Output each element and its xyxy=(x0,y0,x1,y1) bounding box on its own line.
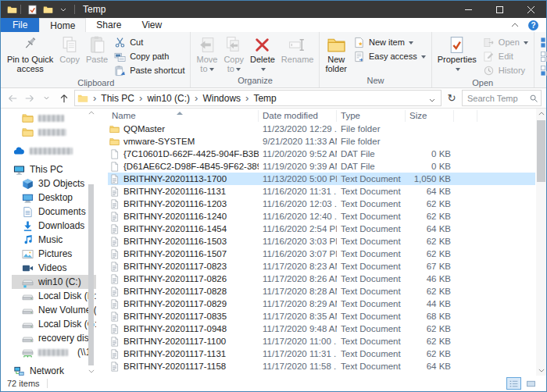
file-row[interactable]: BRITHNY-20201116-1454 11/16/2020 2:54 PM… xyxy=(108,223,535,235)
file-row[interactable]: BRITHNY-20201116-1203 11/16/2020 12:03 .… xyxy=(108,198,535,210)
ribbon-big-button[interactable]: Delete xyxy=(247,34,278,75)
breadcrumb-segment[interactable]: This PC xyxy=(88,92,134,104)
breadcrumb-segment[interactable]: win10 (C:) xyxy=(134,92,190,104)
sidebar-item[interactable]: Desktop xyxy=(1,191,96,205)
file-row[interactable]: QQMaster 11/23/2020 12:29 ... File folde… xyxy=(108,123,535,135)
sidebar-item[interactable]: This PC xyxy=(1,162,96,176)
file-row[interactable]: BRITHNY-20201116-1240 11/16/2020 12:40 .… xyxy=(108,210,535,223)
up-icon[interactable] xyxy=(55,91,72,106)
ribbon-big-button[interactable]: Rename xyxy=(278,34,317,75)
close-button[interactable] xyxy=(515,1,546,18)
address-dropdown-icon[interactable] xyxy=(426,91,438,105)
ribbon-small-button[interactable]: Invert selection xyxy=(537,63,547,77)
ribbon-tab[interactable]: View xyxy=(131,18,172,32)
ribbon-small-button[interactable]: Edit xyxy=(480,49,531,63)
file-row[interactable]: BRITHNY-20201117-0948 11/17/2020 9:48 AM… xyxy=(108,323,535,335)
breadcrumb-segment[interactable]: Windows xyxy=(190,92,241,104)
sidebar-item[interactable]: Videos xyxy=(1,261,96,275)
search-input[interactable] xyxy=(467,94,529,103)
qat-new-folder-button[interactable] xyxy=(40,2,55,16)
scroll-down-icon[interactable] xyxy=(88,369,95,373)
help-icon[interactable]: ? xyxy=(528,20,538,30)
column-header-name[interactable]: Name xyxy=(108,110,259,122)
ribbon-big-button[interactable]: Properties xyxy=(434,34,480,77)
scroll-up-icon[interactable] xyxy=(536,112,546,116)
sidebar-scrollbar[interactable] xyxy=(88,109,95,376)
ribbon-tab[interactable]: Home xyxy=(39,18,86,32)
breadcrumb-segment[interactable]: Temp xyxy=(241,92,277,104)
file-row[interactable]: BRITHNY-20201117-0835 11/17/2020 8:35 AM… xyxy=(108,310,535,323)
column-header-type[interactable]: Type xyxy=(337,110,406,122)
ribbon-small-button[interactable]: Select none xyxy=(537,49,547,63)
file-row[interactable]: BRITHNY-20201117-0829 11/17/2020 8:29 AM… xyxy=(108,298,535,310)
qat-customize-dropdown[interactable] xyxy=(55,2,71,16)
ribbon-tab[interactable]: File xyxy=(1,18,39,32)
file-row[interactable]: BRITHNY-20201116-1507 11/16/2020 3:07 PM… xyxy=(108,248,535,260)
file-row[interactable]: {D61AE6C2-D98F-4B45-9F62-389EEBB27A... 1… xyxy=(108,160,535,173)
sidebar-item[interactable]: Local Disk (G:) xyxy=(1,317,96,331)
collapse-ribbon-icon[interactable] xyxy=(511,23,519,27)
sidebar-item[interactable]: Pictures xyxy=(1,247,96,261)
sidebar-item[interactable]: Downloads xyxy=(1,219,96,233)
file-row[interactable]: BRITHNY-20201117-0828 11/17/2020 8:28 AM… xyxy=(108,285,535,298)
file-row[interactable]: BRITHNY-20201116-1131 11/16/2020 11:31 .… xyxy=(108,185,535,198)
recent-locations-dropdown[interactable] xyxy=(38,91,55,106)
ribbon-big-button[interactable]: Copy to xyxy=(220,34,247,75)
sidebar-item[interactable] xyxy=(1,125,96,139)
sidebar-item[interactable]: 3D Objects xyxy=(1,176,96,191)
titlebar-divider xyxy=(20,5,21,14)
file-row[interactable]: BRITHNY-20201117-1131 11/17/2020 11:31 .… xyxy=(108,347,535,360)
scrollbar-thumb[interactable] xyxy=(537,120,545,182)
ribbon-small-button[interactable]: Paste shortcut xyxy=(111,63,188,77)
file-row[interactable]: BRITHNY-20201113-1700 11/13/2020 5:00 PM… xyxy=(108,173,535,185)
ribbon-big-button[interactable]: Pin to Quick access xyxy=(4,34,56,77)
sidebar-item[interactable]: Music xyxy=(1,233,96,247)
scroll-down-icon[interactable] xyxy=(536,369,546,372)
maximize-button[interactable] xyxy=(484,1,515,18)
sidebar-item[interactable]: Local Disk (D:) xyxy=(1,289,96,303)
breadcrumb[interactable]: This PCwin10 (C:)WindowsTemp xyxy=(74,90,442,106)
ribbon-tab[interactable]: Share xyxy=(86,18,131,32)
sidebar-item[interactable]: New Volume (E:) xyxy=(1,303,96,317)
ribbon-big-button[interactable]: Move to xyxy=(193,34,220,75)
refresh-icon[interactable]: ↻ xyxy=(444,91,459,106)
qat-properties-button[interactable] xyxy=(24,2,40,16)
file-row[interactable]: BRITHNY-20201117-1100 11/17/2020 11:00 .… xyxy=(108,335,535,347)
sidebar-item[interactable] xyxy=(1,111,96,125)
sidebar-item[interactable]: Network xyxy=(1,364,96,376)
ribbon-group-open: Properties Open Edit xyxy=(432,32,534,87)
file-row[interactable]: vmware-SYSTEM 9/21/2020 11:33 AM File fo… xyxy=(108,135,535,148)
ribbon-big-button[interactable]: Paste xyxy=(83,34,111,77)
file-row[interactable]: BRITHNY-20201117-0823 11/17/2020 8:23 AM… xyxy=(108,260,535,273)
search-icon[interactable] xyxy=(529,94,538,103)
back-icon[interactable] xyxy=(4,91,20,106)
minimize-button[interactable] xyxy=(452,1,484,18)
ribbon-small-button[interactable]: Copy path xyxy=(111,49,188,63)
file-list-scrollbar[interactable] xyxy=(536,109,546,376)
ribbon-big-button[interactable]: New folder xyxy=(322,34,350,75)
details-view-button[interactable] xyxy=(506,377,521,390)
ribbon-small-button[interactable]: New item xyxy=(350,35,429,49)
dropdown-arrow-icon xyxy=(209,68,214,73)
scroll-up-icon[interactable] xyxy=(88,111,95,115)
file-row[interactable]: BRITHNY-20201117-1158 11/17/2020 11:58 .… xyxy=(108,360,535,372)
sidebar-item[interactable] xyxy=(1,144,96,158)
column-header-date-modified[interactable]: Date modified xyxy=(259,110,337,122)
scrollbar-thumb[interactable] xyxy=(88,184,94,365)
thumbnails-view-button[interactable] xyxy=(524,377,538,390)
ribbon-small-button[interactable]: Select all xyxy=(537,35,547,49)
file-row[interactable]: {7C10601D-662F-4425-904F-B3B2BC43E6... 1… xyxy=(108,148,535,160)
sidebar-item[interactable]: win10 (C:) xyxy=(1,275,96,289)
forward-icon[interactable] xyxy=(21,91,38,106)
ribbon-small-button[interactable]: Cut xyxy=(111,35,188,49)
ribbon-small-button[interactable]: History xyxy=(480,63,531,77)
sidebar-item[interactable]: (\\1 xyxy=(1,345,96,359)
sidebar-item[interactable]: recovery disk (K:) xyxy=(1,331,96,345)
file-row[interactable]: BRITHNY-20201117-0826 11/17/2020 8:26 AM… xyxy=(108,273,535,285)
sidebar-item[interactable]: Documents xyxy=(1,205,96,219)
file-row[interactable]: BRITHNY-20201116-1503 11/16/2020 3:03 PM… xyxy=(108,235,535,248)
ribbon-big-button[interactable]: Copy xyxy=(56,34,83,77)
ribbon-small-button[interactable]: Easy access xyxy=(350,49,429,63)
column-header-size[interactable]: Size xyxy=(406,110,454,122)
ribbon-small-button[interactable]: Open xyxy=(480,35,531,49)
